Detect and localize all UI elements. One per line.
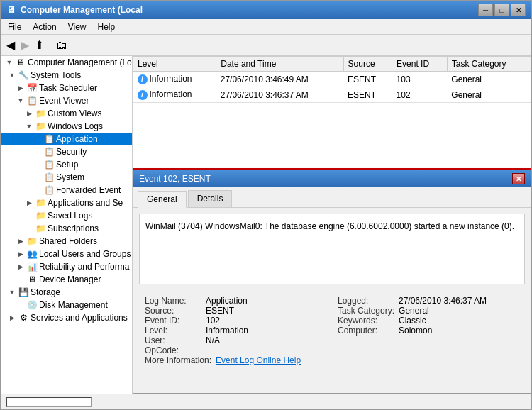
title-bar: 🖥 Computer Management (Local ─ □ ✕: [1, 1, 531, 19]
task-scheduler-icon: 📅: [26, 82, 38, 94]
menu-action[interactable]: Action: [28, 21, 60, 33]
opcode-label: OpCode:: [145, 345, 201, 355]
maximize-button[interactable]: □: [494, 4, 509, 16]
sidebar-item-security[interactable]: 📋 Security: [1, 145, 132, 158]
menu-help[interactable]: Help: [94, 21, 120, 33]
col-taskcategory[interactable]: Task Category: [447, 57, 531, 72]
sidebar-item-reliability[interactable]: ▶ 📊 Reliability and Performa: [1, 260, 132, 273]
saved-logs-expand[interactable]: [23, 210, 35, 221]
system-tools-label: System Tools: [31, 70, 81, 80]
apps-services-expand[interactable]: ▶: [23, 197, 35, 209]
back-button[interactable]: ◀: [6, 38, 15, 52]
minimize-button[interactable]: ─: [478, 4, 493, 16]
detail-computer: Computer: Solomon: [338, 326, 519, 336]
system-icon: 📋: [43, 172, 55, 183]
setup-expand[interactable]: [32, 159, 43, 170]
sidebar-item-system[interactable]: 📋 System: [1, 171, 132, 184]
moreinfo-link[interactable]: Event Log Online Help: [216, 355, 301, 365]
info-icon: i: [138, 74, 148, 84]
col-datetime[interactable]: Date and Time: [216, 57, 343, 72]
user-label: User:: [145, 336, 201, 345]
system-tools-expand[interactable]: ▼: [6, 70, 18, 81]
keywords-label: Keywords:: [338, 316, 394, 326]
shared-folders-label: Shared Folders: [39, 236, 97, 246]
table-row[interactable]: iInformation 27/06/2010 3:46:37 AM ESENT…: [133, 87, 531, 103]
col-level[interactable]: Level: [133, 57, 216, 72]
local-users-label: Local Users and Groups: [39, 249, 131, 259]
sidebar-item-saved-logs[interactable]: 📁 Saved Logs: [1, 209, 132, 222]
windows-logs-expand[interactable]: ▼: [23, 121, 35, 132]
application-expand[interactable]: [32, 133, 43, 145]
security-expand[interactable]: [32, 146, 43, 157]
sidebar-item-task-scheduler[interactable]: ▶ 📅 Task Scheduler: [1, 82, 132, 94]
device-manager-icon: 🖥: [26, 274, 38, 285]
sidebar-root[interactable]: ▼ 🖥 Computer Management (Local: [1, 56, 132, 69]
custom-views-expand[interactable]: ▶: [23, 108, 35, 119]
disk-management-icon: 💿: [26, 299, 38, 311]
menu-view[interactable]: View: [64, 21, 91, 33]
local-users-expand[interactable]: ▶: [15, 248, 26, 260]
show-hide-button[interactable]: 🗂: [56, 39, 67, 52]
forwarded-events-expand[interactable]: [32, 184, 43, 196]
setup-icon: 📋: [43, 159, 55, 170]
apps-services-icon: 📁: [35, 197, 46, 209]
system-expand[interactable]: [32, 172, 43, 183]
event-table-container[interactable]: Level Date and Time Source Event ID Task…: [133, 56, 531, 170]
sidebar-item-shared-folders[interactable]: ▶ 📁 Shared Folders: [1, 235, 132, 248]
task-scheduler-expand[interactable]: ▶: [15, 82, 26, 94]
close-button[interactable]: ✕: [511, 4, 526, 16]
sidebar-item-forwarded-events[interactable]: 📋 Forwarded Event: [1, 184, 132, 196]
tab-general[interactable]: General: [138, 191, 187, 208]
event-viewer-label: Event Viewer: [39, 96, 89, 106]
moreinfo-label: More Information:: [145, 355, 211, 365]
menu-file[interactable]: File: [4, 21, 26, 33]
application-icon: 📋: [43, 133, 55, 145]
up-button[interactable]: ⬆: [35, 38, 44, 52]
root-expand[interactable]: ▼: [4, 57, 15, 68]
sidebar-item-windows-logs[interactable]: ▼ 📁 Windows Logs: [1, 120, 132, 133]
forward-button[interactable]: ▶: [21, 38, 29, 52]
disk-management-expand[interactable]: [15, 299, 26, 311]
dialog-tabs: General Details: [133, 187, 531, 208]
dialog-close-button[interactable]: ✕: [512, 173, 525, 184]
toolbar-divider: [50, 38, 50, 52]
source-value: ESENT: [206, 306, 234, 316]
row-level: iInformation: [133, 72, 216, 87]
col-source[interactable]: Source: [343, 57, 392, 72]
event-viewer-expand[interactable]: ▼: [15, 95, 26, 106]
row-source: ESENT: [343, 72, 392, 87]
status-scrollbar[interactable]: [6, 397, 92, 407]
saved-logs-icon: 📁: [35, 210, 46, 221]
detail-level: Level: Information: [145, 326, 326, 336]
sidebar-item-device-manager[interactable]: 🖥 Device Manager: [1, 273, 132, 286]
eventid-label: Event ID:: [145, 316, 201, 326]
sidebar-item-subscriptions[interactable]: 📁 Subscriptions: [1, 222, 132, 235]
col-eventid[interactable]: Event ID: [392, 57, 448, 72]
subscriptions-expand[interactable]: [23, 223, 35, 234]
disk-management-label: Disk Management: [39, 300, 108, 310]
sidebar-item-event-viewer[interactable]: ▼ 📋 Event Viewer: [1, 94, 132, 107]
dialog-content: WinMail (3704) WindowsMail0: The databas…: [133, 208, 531, 393]
sidebar-item-local-users[interactable]: ▶ 👥 Local Users and Groups: [1, 248, 132, 260]
sidebar-item-apps-and-services[interactable]: ▶ 📁 Applications and Se: [1, 196, 132, 209]
sidebar-item-disk-management[interactable]: 💿 Disk Management: [1, 299, 132, 311]
task-scheduler-label: Task Scheduler: [39, 83, 97, 93]
sidebar-item-setup[interactable]: 📋 Setup: [1, 158, 132, 171]
source-label: Source:: [145, 306, 201, 316]
device-manager-expand[interactable]: [15, 274, 26, 285]
sidebar-item-application[interactable]: 📋 Application: [1, 133, 132, 145]
app-icon: 🖥: [6, 4, 16, 16]
services-apps-expand[interactable]: ▶: [6, 312, 18, 323]
sidebar-item-services-and-apps[interactable]: ▶ ⚙ Services and Applications: [1, 311, 132, 324]
reliability-expand[interactable]: ▶: [15, 261, 26, 272]
security-icon: 📋: [43, 146, 55, 157]
content-area: ▼ 🖥 Computer Management (Local ▼ 🔧 Syste…: [1, 56, 531, 394]
sidebar-item-storage[interactable]: ▼ 💾 Storage: [1, 286, 132, 299]
sidebar-item-custom-views[interactable]: ▶ 📁 Custom Views: [1, 107, 132, 120]
shared-folders-expand[interactable]: ▶: [15, 236, 26, 247]
storage-expand[interactable]: ▼: [6, 287, 18, 298]
sidebar-item-system-tools[interactable]: ▼ 🔧 System Tools: [1, 69, 132, 82]
tab-details[interactable]: Details: [188, 190, 233, 207]
window-title: Computer Management (Local: [21, 5, 143, 15]
table-row[interactable]: iInformation 27/06/2010 3:46:49 AM ESENT…: [133, 72, 531, 87]
